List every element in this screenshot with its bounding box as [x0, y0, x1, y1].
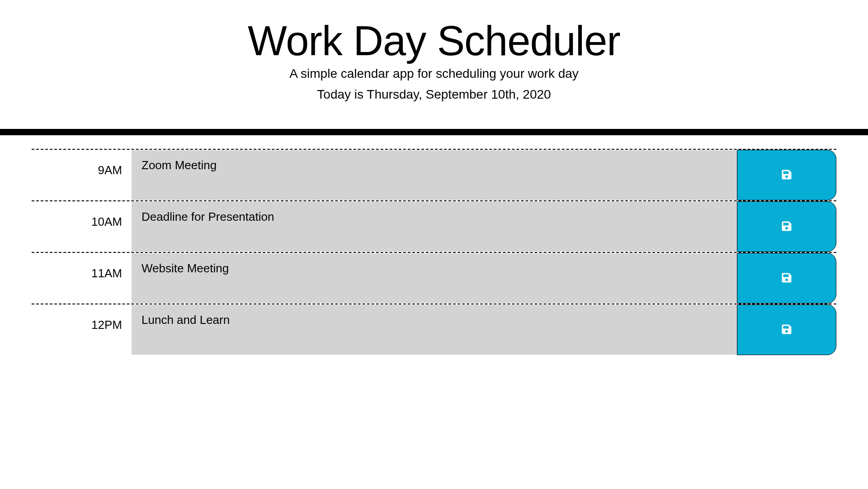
save-button-11am[interactable] — [737, 253, 836, 304]
page-title: Work Day Scheduler — [9, 18, 859, 64]
header-divider — [0, 129, 868, 135]
date-prefix: Today is — [317, 87, 367, 101]
save-button-10am[interactable] — [737, 201, 836, 252]
schedule-container: 9AM Zoom Meeting 10AM Deadline for Prese… — [0, 135, 868, 355]
save-icon — [781, 221, 792, 233]
save-button-12pm[interactable] — [737, 304, 836, 355]
event-input-12pm[interactable]: Lunch and Learn — [131, 304, 737, 355]
save-button-9am[interactable] — [737, 150, 836, 200]
time-block-12pm: 12PM Lunch and Learn — [32, 304, 836, 355]
time-block-9am: 9AM Zoom Meeting — [32, 149, 836, 200]
save-icon — [781, 169, 792, 181]
hour-label: 10AM — [32, 201, 131, 252]
event-input-10am[interactable]: Deadline for Presentation — [131, 201, 737, 252]
time-block-11am: 11AM Website Meeting — [32, 252, 836, 304]
date-value: Thursday, September 10th, 2020 — [367, 87, 551, 101]
page-subtitle: A simple calendar app for scheduling you… — [9, 66, 859, 81]
current-date: Today is Thursday, September 10th, 2020 — [9, 87, 859, 102]
event-input-11am[interactable]: Website Meeting — [131, 253, 737, 304]
save-icon — [781, 324, 792, 336]
time-block-10am: 10AM Deadline for Presentation — [32, 200, 836, 252]
hour-label: 11AM — [32, 253, 131, 304]
save-icon — [781, 272, 792, 285]
hour-label: 12PM — [32, 304, 131, 355]
event-input-9am[interactable]: Zoom Meeting — [131, 150, 737, 200]
hour-label: 9AM — [32, 150, 131, 200]
page-header: Work Day Scheduler A simple calendar app… — [0, 0, 868, 129]
